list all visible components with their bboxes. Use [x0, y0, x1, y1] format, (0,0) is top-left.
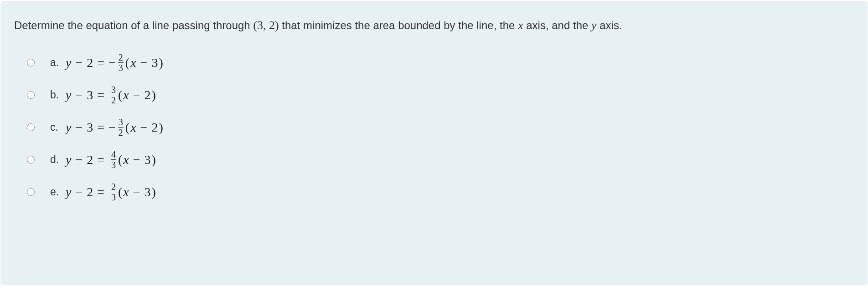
- radio-c[interactable]: [27, 123, 35, 131]
- axis-y: y: [591, 19, 597, 32]
- lparen: (: [118, 185, 122, 199]
- neg-sign: −: [108, 56, 116, 70]
- option-b[interactable]: b. y − 3 = 3 2 ( x − 2 ): [27, 85, 854, 105]
- var-x: x: [123, 185, 129, 199]
- var-y: y: [66, 56, 71, 70]
- radio-d[interactable]: [27, 156, 35, 163]
- var-x: x: [123, 88, 129, 102]
- prompt-text-mid: that minimizes the area bounded by the l…: [279, 19, 518, 31]
- rhs-const: 3: [151, 56, 158, 70]
- prompt-text-end: axis.: [597, 19, 622, 31]
- option-letter: c.: [50, 121, 66, 133]
- option-letter: e.: [50, 186, 66, 198]
- lhs-const: 3: [87, 120, 93, 135]
- minus-op: −: [75, 185, 83, 199]
- eq-op: =: [97, 153, 104, 167]
- minus-op: −: [133, 88, 140, 102]
- lhs-const: 2: [87, 56, 93, 70]
- var-x: x: [130, 120, 136, 135]
- minus-op: −: [75, 120, 83, 135]
- frac-num: 4: [111, 150, 116, 159]
- point-open: (: [253, 19, 257, 32]
- minus-op: −: [140, 56, 148, 70]
- minus-op: −: [75, 153, 83, 167]
- var-y: y: [66, 88, 71, 102]
- var-y: y: [66, 153, 71, 167]
- option-letter: a.: [50, 56, 66, 69]
- question-prompt: Determine the equation of a line passing…: [14, 17, 854, 34]
- option-letter: d.: [50, 153, 66, 166]
- frac-num: 3: [118, 117, 124, 127]
- neg-sign: −: [108, 120, 116, 135]
- lparen: (: [125, 56, 129, 70]
- frac-num: 2: [118, 53, 124, 62]
- frac-den: 2: [111, 95, 116, 105]
- point-comma: ,: [263, 19, 269, 32]
- point-close: ): [275, 19, 279, 32]
- prompt-text-mid2: axis, and the: [523, 19, 591, 31]
- rparen: ): [159, 56, 163, 70]
- lparen: (: [118, 88, 122, 102]
- lparen: (: [118, 153, 122, 167]
- fraction: 2 3: [111, 182, 116, 202]
- eq-op: =: [97, 88, 104, 102]
- option-a[interactable]: a. y − 2 = − 2 3 ( x − 3 ): [27, 53, 854, 72]
- frac-den: 2: [118, 127, 124, 137]
- option-d[interactable]: d. y − 2 = 4 3 ( x − 3 ): [27, 150, 854, 169]
- rparen: ): [152, 153, 156, 167]
- minus-op: −: [140, 120, 148, 135]
- fraction: 2 3: [118, 53, 124, 72]
- lhs-const: 2: [87, 153, 93, 167]
- rhs-const: 2: [145, 88, 151, 102]
- eq-op: =: [97, 185, 104, 199]
- equation-a: y − 2 = − 2 3 ( x − 3 ): [66, 53, 163, 72]
- fraction: 3 2: [118, 117, 124, 137]
- frac-num: 3: [111, 85, 116, 95]
- equation-d: y − 2 = 4 3 ( x − 3 ): [66, 150, 156, 169]
- var-y: y: [66, 185, 71, 199]
- minus-op: −: [133, 185, 140, 199]
- radio-e[interactable]: [27, 188, 35, 196]
- option-c[interactable]: c. y − 3 = − 3 2 ( x − 2 ): [27, 117, 854, 137]
- equation-c: y − 3 = − 3 2 ( x − 2 ): [66, 117, 163, 137]
- frac-den: 3: [118, 62, 124, 72]
- radio-b[interactable]: [27, 91, 35, 99]
- var-x: x: [123, 153, 129, 167]
- rparen: ): [159, 120, 163, 135]
- rhs-const: 3: [145, 185, 151, 199]
- frac-den: 3: [111, 192, 116, 202]
- var-x: x: [130, 56, 136, 70]
- point-x: 3: [257, 19, 263, 32]
- lparen: (: [125, 120, 129, 135]
- rparen: ): [152, 185, 156, 199]
- prompt-text-pre: Determine the equation of a line passing…: [14, 19, 253, 31]
- radio-a[interactable]: [27, 59, 35, 66]
- equation-b: y − 3 = 3 2 ( x − 2 ): [66, 85, 156, 105]
- fraction: 3 2: [111, 85, 116, 105]
- lhs-const: 3: [87, 88, 93, 102]
- rhs-const: 3: [145, 153, 151, 167]
- option-e[interactable]: e. y − 2 = 2 3 ( x − 3 ): [27, 182, 854, 202]
- minus-op: −: [75, 56, 83, 70]
- eq-op: =: [97, 56, 104, 70]
- rhs-const: 2: [151, 120, 158, 135]
- question-card: Determine the equation of a line passing…: [0, 1, 868, 285]
- frac-num: 2: [111, 182, 116, 192]
- point-y: 2: [269, 19, 275, 32]
- lhs-const: 2: [87, 185, 93, 199]
- equation-e: y − 2 = 2 3 ( x − 3 ): [66, 182, 156, 202]
- minus-op: −: [133, 153, 140, 167]
- axis-x: x: [518, 19, 523, 32]
- rparen: ): [152, 88, 156, 102]
- var-y: y: [66, 120, 71, 135]
- fraction: 4 3: [111, 150, 116, 169]
- options-list: a. y − 2 = − 2 3 ( x − 3 ) b.: [14, 53, 854, 202]
- minus-op: −: [75, 88, 83, 102]
- frac-den: 3: [111, 159, 116, 169]
- option-letter: b.: [50, 89, 66, 101]
- eq-op: =: [97, 120, 104, 135]
